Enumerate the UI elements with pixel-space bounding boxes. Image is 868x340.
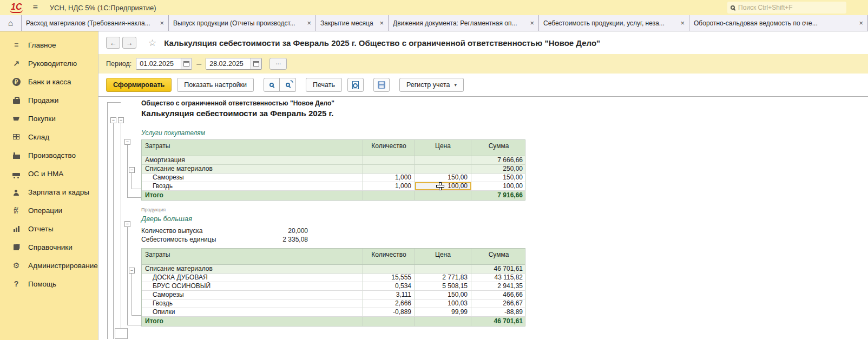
sidebar: ≡ Главное ↗ Руководителю ₽ Банк и касса …	[0, 31, 98, 340]
tab-close-icon[interactable]: ×	[160, 19, 164, 27]
sidebar-item-pokupki[interactable]: Покупки	[0, 109, 98, 128]
bar-chart-icon	[10, 226, 23, 232]
table-total-row[interactable]: Итого 46 701,61	[142, 317, 525, 326]
cursor-crosshair-icon	[437, 183, 444, 190]
tree-line	[107, 102, 121, 103]
tab-close-icon[interactable]: ×	[307, 19, 311, 27]
collapse-toggle[interactable]: −	[110, 117, 116, 123]
menu-icon: ≡	[10, 41, 23, 49]
register-dropdown-button[interactable]: Регистр учета ▾	[399, 78, 464, 92]
gear-icon: ⚙	[10, 261, 23, 270]
period-label: Период:	[106, 60, 131, 68]
table-row[interactable]: БРУС ОСИНОВЫЙ 0,534 5 508,15 2 941,35	[142, 282, 525, 291]
table-total-row[interactable]: Итого 7 916,66	[142, 191, 525, 200]
page-title: Калькуляция себестоимости за Февраль 202…	[164, 38, 600, 48]
product-name[interactable]: Дверь большая	[141, 215, 192, 223]
collapse-toggle[interactable]: −	[129, 167, 135, 173]
period-to-input[interactable]	[206, 58, 251, 69]
print-button[interactable]: Печать	[306, 78, 342, 92]
table-row[interactable]: ДОСКА ДУБОВАЯ 15,555 2 771,83 43 115,82	[142, 274, 525, 282]
debit-credit-icon: Дт Кт	[10, 206, 23, 214]
sidebar-item-glavnoe[interactable]: ≡ Главное	[0, 36, 98, 54]
sidebar-item-operacii[interactable]: Дт Кт Операции	[0, 201, 98, 219]
table-header-row: Затраты Количество Цена Сумма	[142, 249, 525, 265]
find-button[interactable]	[264, 78, 280, 92]
sidebar-item-otchety[interactable]: Отчеты	[0, 219, 98, 238]
sidebar-item-bank-i-kassa[interactable]: ₽ Банк и касса	[0, 72, 98, 91]
sidebar-item-proizvodstvo[interactable]: Производство	[0, 146, 98, 164]
collapse-toggle[interactable]: −	[118, 117, 124, 123]
tab-close-icon[interactable]: ×	[379, 19, 384, 27]
tree-line	[107, 102, 108, 339]
global-search[interactable]	[727, 2, 846, 14]
calendar-button[interactable]	[251, 58, 261, 69]
search-refresh-icon	[286, 83, 290, 87]
sidebar-item-rukovoditelyu[interactable]: ↗ Руководителю	[0, 54, 98, 72]
tree-line	[131, 274, 132, 315]
chevron-down-icon: ▾	[455, 82, 457, 88]
save-button[interactable]	[373, 78, 390, 92]
table-row[interactable]: Опилки -0,889 99,99 -88,89	[142, 308, 525, 317]
table-row[interactable]: Амортизация 7 666,66	[142, 156, 525, 165]
main-menu-icon[interactable]: ≡	[32, 3, 37, 12]
truck-icon	[10, 171, 23, 176]
period-from-field	[136, 58, 192, 70]
collapse-toggle[interactable]: −	[124, 221, 130, 227]
generate-button[interactable]: Сформировать	[106, 78, 172, 92]
sidebar-item-zarplata-i-kadry[interactable]: Зарплата и кадры	[0, 183, 98, 201]
global-search-input[interactable]	[738, 4, 836, 11]
tab-rashod-materialov[interactable]: Расход материалов (Требования-накла... ×	[22, 15, 169, 31]
tab-home[interactable]: ⌂	[0, 15, 22, 31]
table-row[interactable]: Гвоздь 1,000 100,00 100,00	[142, 182, 525, 191]
table-row[interactable]: Саморезы 1,000 150,00 150,00	[142, 174, 525, 182]
sidebar-item-spravochniki[interactable]: Справочники	[0, 238, 98, 256]
forward-button[interactable]: →	[122, 37, 136, 49]
tab-close-icon[interactable]: ×	[530, 19, 534, 27]
home-icon: ⌂	[8, 18, 13, 28]
company-name: Общество с ограниченной ответственностью…	[141, 99, 553, 107]
sidebar-item-prodazhi[interactable]: Продажи	[0, 91, 98, 109]
period-from-input[interactable]	[136, 58, 181, 69]
period-more-button[interactable]: ...	[269, 58, 287, 70]
group-label-services[interactable]: Услуги покупателям	[141, 129, 205, 137]
sidebar-item-os-i-nma[interactable]: ОС и НМА	[0, 164, 98, 183]
search-icon	[269, 83, 274, 87]
tab-zakrytie-mesyaca[interactable]: Закрытие месяца ×	[316, 15, 389, 31]
trend-up-icon: ↗	[10, 59, 23, 68]
books-icon	[10, 244, 23, 250]
print-preview-button[interactable]	[347, 78, 364, 92]
sidebar-item-pomosch[interactable]: ? Помощь	[0, 275, 98, 293]
sidebar-item-administrirovanie[interactable]: ⚙ Администрирование	[0, 256, 98, 275]
cart-icon	[10, 116, 23, 121]
table-row[interactable]: Саморезы 3,111 150,00 466,66	[142, 291, 525, 299]
product-cost-table: Затраты Количество Цена Сумма Списание м…	[141, 248, 525, 326]
calendar-button[interactable]	[181, 58, 192, 69]
show-settings-button[interactable]: Показать настройки	[177, 78, 254, 92]
find-next-button[interactable]	[280, 78, 296, 92]
tab-dvizheniya-dokumenta[interactable]: Движения документа: Регламентная оп... ×	[389, 15, 539, 31]
tree-line	[131, 173, 132, 189]
collapse-toggle[interactable]: −	[124, 139, 130, 145]
collapse-toggle[interactable]: −	[129, 268, 135, 274]
tab-close-icon[interactable]: ×	[859, 19, 863, 27]
toolbar: Сформировать Показать настройки Печать Р…	[98, 74, 868, 96]
tab-vypusk-produkcii[interactable]: Выпуск продукции (Отчеты производст... ×	[169, 15, 316, 31]
selected-cell[interactable]: 100,00	[415, 182, 471, 190]
favorite-star-icon[interactable]: ☆	[148, 37, 156, 49]
save-floppy-icon	[378, 81, 385, 89]
tree-line	[127, 145, 128, 197]
tab-sebestoimost[interactable]: Себестоимость продукции, услуг, неза... …	[539, 15, 689, 31]
sidebar-item-sklad[interactable]: Склад	[0, 128, 98, 146]
app-title: УСН, НДС 5% (1С:Предприятие)	[50, 4, 156, 12]
back-button[interactable]: ←	[106, 37, 120, 49]
help-icon: ?	[10, 279, 23, 288]
report-header-row: ← → ☆ Калькуляция себестоимости за Февра…	[98, 31, 868, 54]
table-row[interactable]: Списание материалов 46 701,61	[142, 265, 525, 274]
ruble-circle-icon: ₽	[10, 78, 23, 86]
table-row[interactable]: Списание материалов 250,00	[142, 165, 525, 174]
tab-close-icon[interactable]: ×	[680, 19, 685, 27]
table-row[interactable]: Гвоздь 2,666 100,03 266,67	[142, 299, 525, 308]
collapse-toggle[interactable]	[115, 328, 128, 339]
period-to-field	[206, 58, 262, 70]
tab-oborotno-saldovaya[interactable]: Оборотно-сальдовая ведомость по сче... ×	[689, 15, 868, 31]
